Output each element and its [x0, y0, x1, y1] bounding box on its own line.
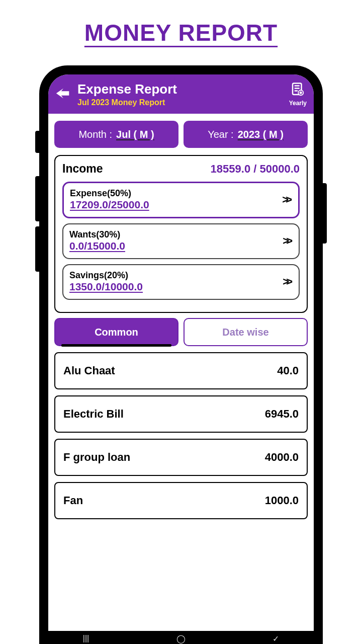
nav-home-icon[interactable]: ◯	[176, 634, 186, 635]
income-card: Income 18559.0 / 50000.0 Expense(50%)172…	[54, 155, 308, 313]
expense-name: F group loan	[63, 451, 130, 464]
header-subtitle: Jul 2023 Money Report	[77, 98, 289, 107]
income-value: 18559.0 / 50000.0	[211, 163, 300, 176]
expense-amount: 6945.0	[265, 408, 299, 421]
chevron-right-icon: >>	[283, 275, 293, 288]
back-icon[interactable]	[52, 83, 74, 105]
income-row: Income 18559.0 / 50000.0	[62, 162, 300, 176]
expense-item-0[interactable]: Alu Chaat40.0	[54, 352, 308, 389]
period-selectors: Month : Jul ( M ) Year : 2023 ( M )	[54, 121, 308, 148]
phone-frame: Expense Report Jul 2023 Money Report Yea…	[39, 65, 323, 644]
category-value: 0.0/15000.0	[69, 240, 283, 252]
nav-recent-icon[interactable]: |||	[83, 634, 89, 635]
category-title: Wants(30%)	[69, 229, 283, 240]
expense-amount: 4000.0	[265, 451, 299, 464]
nav-back-icon[interactable]: ✓	[273, 634, 279, 635]
expense-item-1[interactable]: Electric Bill6945.0	[54, 395, 308, 433]
phone-side-button	[35, 131, 39, 153]
category-box-2[interactable]: Savings(20%)1350.0/10000.0>>	[62, 264, 300, 300]
phone-volume-down	[35, 226, 39, 272]
expense-item-2[interactable]: F group loan4000.0	[54, 439, 308, 476]
content-area: Month : Jul ( M ) Year : 2023 ( M ) Inco…	[48, 114, 314, 635]
category-title: Expense(50%)	[70, 188, 282, 199]
expense-name: Electric Bill	[63, 408, 124, 421]
page-title: MONEY REPORT	[0, 0, 362, 49]
app-header: Expense Report Jul 2023 Money Report Yea…	[48, 74, 314, 114]
income-label: Income	[62, 162, 103, 176]
tab-common-label: Common	[95, 327, 138, 338]
tab-common[interactable]: Common	[54, 318, 178, 346]
year-value: 2023 ( M )	[238, 129, 284, 140]
month-selector[interactable]: Month : Jul ( M )	[54, 121, 178, 148]
tab-datewise[interactable]: Date wise	[184, 318, 308, 346]
phone-screen: Expense Report Jul 2023 Money Report Yea…	[48, 74, 314, 635]
expense-item-3[interactable]: Fan1000.0	[54, 482, 308, 519]
yearly-button[interactable]: Yearly	[289, 82, 307, 107]
header-title: Expense Report	[77, 82, 289, 97]
expense-list: Alu Chaat40.0Electric Bill6945.0F group …	[54, 352, 308, 519]
chevron-right-icon: >>	[283, 234, 293, 248]
chevron-right-icon: >>	[282, 193, 292, 206]
expense-name: Alu Chaat	[63, 364, 115, 377]
category-value: 17209.0/25000.0	[70, 199, 282, 211]
category-box-0[interactable]: Expense(50%)17209.0/25000.0>>	[62, 182, 300, 218]
header-text: Expense Report Jul 2023 Money Report	[77, 82, 289, 107]
yearly-label: Yearly	[289, 100, 307, 107]
month-value: Jul ( M )	[116, 129, 154, 140]
svg-point-5	[300, 92, 302, 94]
category-box-1[interactable]: Wants(30%)0.0/15000.0>>	[62, 223, 300, 259]
android-nav-bar: ||| ◯ ✓	[48, 631, 314, 635]
expense-amount: 1000.0	[265, 494, 299, 507]
year-selector[interactable]: Year : 2023 ( M )	[184, 121, 308, 148]
expense-name: Fan	[63, 494, 83, 507]
tab-datewise-label: Date wise	[222, 327, 268, 338]
phone-power-button	[323, 183, 327, 244]
report-icon	[290, 82, 305, 99]
year-label: Year :	[208, 129, 234, 140]
view-tabs: Common Date wise	[54, 318, 308, 346]
category-value: 1350.0/10000.0	[69, 281, 283, 293]
expense-amount: 40.0	[277, 364, 299, 377]
month-label: Month :	[78, 129, 112, 140]
phone-volume-up	[35, 176, 39, 221]
category-title: Savings(20%)	[69, 270, 283, 281]
